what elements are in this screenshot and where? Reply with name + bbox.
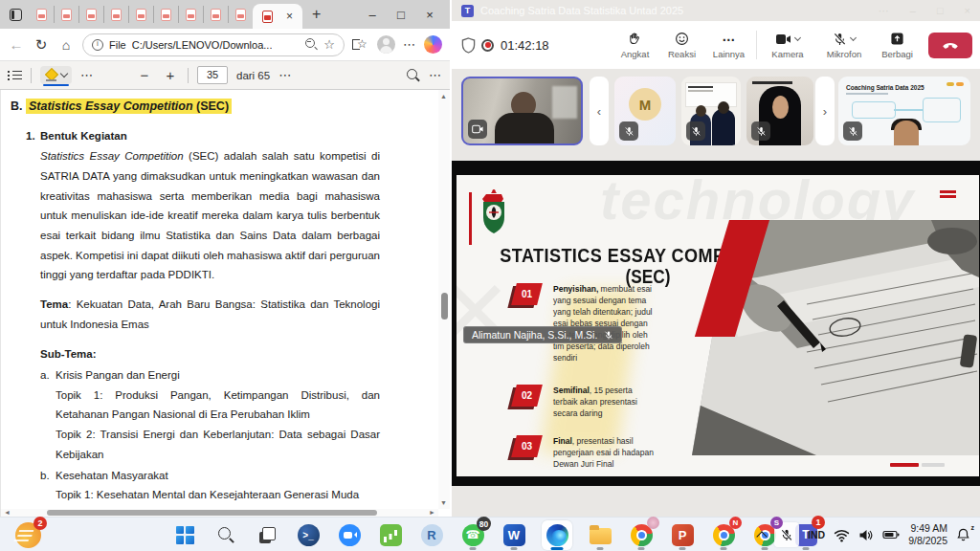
pdf-tab[interactable] — [54, 6, 78, 23]
scroll-right-icon[interactable]: ► — [429, 509, 435, 516]
r-app-button[interactable]: R — [417, 520, 446, 549]
url-text: C:/Users/LENOVO/Downloa... — [132, 39, 273, 51]
favorite-star-icon[interactable]: ☆ — [323, 37, 335, 52]
pdf-tab[interactable] — [103, 6, 128, 23]
task-view-button[interactable] — [253, 520, 281, 549]
pdf-tab[interactable] — [153, 6, 178, 23]
edge-button-active[interactable] — [541, 520, 573, 549]
participant-video-active-speaker[interactable] — [461, 77, 583, 145]
mic-muted-icon — [686, 121, 705, 141]
mic-muted-icon — [751, 121, 770, 141]
page-more-button[interactable]: ⋯ — [278, 68, 292, 82]
pdf-tab[interactable] — [128, 6, 153, 23]
pdf-tab[interactable] — [178, 6, 203, 23]
zoom-out-icon[interactable] — [305, 38, 318, 51]
doc-list-item: b.Kesehatan Masyarakat — [40, 466, 380, 486]
powerpoint-button[interactable]: P — [668, 520, 697, 549]
chrome-profile-n-button[interactable]: N — [709, 520, 738, 549]
scroll-down-icon[interactable]: ▼ — [440, 499, 447, 506]
participant-tile-m[interactable]: M — [614, 77, 676, 145]
share-button[interactable]: Berbagi — [874, 31, 921, 59]
pdf-more-button[interactable]: ⋯ — [429, 68, 442, 82]
pdf-tab[interactable] — [78, 6, 103, 23]
search-button[interactable] — [212, 520, 240, 549]
doc-subtema-title: Sub-Tema: — [40, 344, 380, 364]
tab-actions-icon — [10, 9, 22, 21]
back-button[interactable]: ← — [8, 36, 25, 53]
whatsapp-button[interactable]: ☎80 — [458, 520, 487, 549]
address-bar[interactable]: File C:/Users/LENOVO/Downloa... ☆ — [82, 33, 345, 56]
annotation-more-button[interactable]: ⋯ — [80, 68, 94, 82]
zoom-app-button[interactable] — [335, 520, 364, 549]
pdf-viewer[interactable]: B. Statistics Essay Competition (SEC) 1.… — [0, 90, 450, 517]
scroll-left-icon[interactable]: ◄ — [4, 509, 11, 516]
scroll-up-icon[interactable]: ▲ — [440, 93, 447, 99]
file-explorer-button[interactable] — [586, 520, 614, 549]
presenter-name-tag: Alimatun Najiha, S.Si., M.Si. — [463, 326, 622, 343]
chrome-button[interactable] — [627, 520, 656, 549]
battery-icon[interactable] — [882, 528, 900, 541]
close-button[interactable]: × — [415, 8, 444, 22]
more-actions-button[interactable]: ⋯ Lainnya — [705, 31, 752, 59]
participants-scroll-left-button[interactable]: ‹ — [590, 77, 609, 145]
divider — [188, 68, 189, 83]
minimize-button[interactable]: – — [910, 5, 916, 17]
raise-hand-button[interactable]: Angkat — [612, 31, 658, 59]
participant-video[interactable] — [746, 77, 813, 145]
page-number-input[interactable]: 35 — [197, 66, 228, 84]
slide-step-1: 01 Penyisihan, membuat esai yang sesuai … — [514, 283, 724, 364]
refresh-button[interactable]: ↻ — [33, 36, 50, 54]
chevron-down-icon[interactable] — [850, 34, 857, 41]
close-button[interactable]: × — [965, 5, 970, 17]
close-tab-icon[interactable]: × — [286, 10, 293, 23]
camera-button[interactable]: Kamera — [761, 31, 814, 59]
profile-avatar[interactable] — [377, 35, 395, 54]
browser-menu-button[interactable]: ⋯ — [403, 37, 416, 52]
participant-video[interactable]: Coaching Satria Data 2025 — [838, 77, 970, 145]
speaker-icon[interactable] — [858, 528, 874, 542]
word-button[interactable]: W — [500, 520, 528, 549]
highlighter-tool[interactable] — [40, 66, 72, 84]
vertical-scroll-thumb[interactable] — [441, 293, 448, 320]
microphone-button[interactable]: Mikrofon — [814, 31, 874, 59]
page-info-icon[interactable] — [92, 39, 103, 51]
pdf-tab[interactable] — [228, 6, 253, 23]
chevron-down-icon[interactable] — [794, 34, 801, 41]
home-button[interactable]: ⌂ — [57, 37, 75, 53]
pdf-search-icon[interactable] — [407, 69, 420, 82]
start-button[interactable] — [170, 520, 199, 549]
copilot-icon[interactable] — [424, 35, 442, 54]
maximize-button[interactable]: □ — [387, 8, 415, 22]
more-button[interactable]: ⋯ — [879, 5, 889, 17]
table-of-contents-icon[interactable] — [8, 70, 22, 81]
widgets-button[interactable]: 2 — [13, 520, 42, 549]
doc-heading: B. Statistics Essay Competition (SEC) — [11, 96, 380, 118]
pdf-tab[interactable] — [29, 6, 54, 23]
horizontal-scroll-thumb[interactable] — [47, 510, 377, 516]
favorites-hub-icon[interactable] — [352, 37, 369, 53]
vertical-scrollbar[interactable]: ▲ ▼ — [438, 90, 450, 509]
minitab-app-button[interactable] — [376, 520, 405, 549]
minimize-button[interactable]: – — [358, 8, 387, 22]
terminal-app-button[interactable]: >_ — [294, 520, 323, 549]
r-icon: R — [421, 524, 443, 546]
notification-bell-icon[interactable]: z — [956, 527, 972, 543]
leave-call-button[interactable] — [928, 33, 972, 58]
language-indicator[interactable]: IND — [808, 529, 825, 540]
step-number-badge: 03 — [511, 435, 543, 457]
tray-clock[interactable]: 9:49 AM 9/8/2025 — [908, 522, 947, 547]
reactions-button[interactable]: Reaksi — [658, 31, 705, 59]
zoom-out-button[interactable]: − — [136, 67, 153, 83]
active-pdf-tab[interactable]: × — [253, 4, 302, 29]
participants-scroll-right-button[interactable]: › — [815, 77, 835, 145]
tray-overflow-chevron[interactable] — [756, 531, 767, 541]
maximize-button[interactable]: □ — [937, 5, 944, 17]
tab-actions-button[interactable] — [6, 5, 25, 24]
pdf-tab[interactable] — [203, 6, 228, 23]
task-view-icon — [259, 527, 276, 543]
zoom-in-button[interactable]: + — [162, 67, 179, 83]
new-tab-button[interactable]: + — [312, 6, 321, 23]
participant-video[interactable] — [681, 77, 741, 145]
wifi-icon[interactable] — [834, 528, 850, 542]
horizontal-scrollbar[interactable]: ◄ ► — [1, 509, 438, 517]
